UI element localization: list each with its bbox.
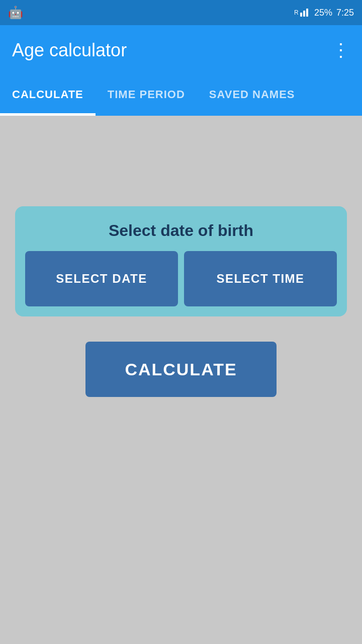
status-bar: 🤖 R 25% 7:25 [0, 0, 362, 25]
svg-rect-1 [300, 13, 302, 17]
calculate-button[interactable]: CALCULATE [85, 342, 277, 397]
tab-calculate[interactable]: CALCULATE [0, 75, 96, 116]
tab-saved-names[interactable]: SAVED NAMES [197, 75, 307, 116]
app-bar: Age calculator ⋮ [0, 25, 362, 75]
tab-time-period-label: TIME PERIOD [108, 88, 185, 101]
more-options-icon[interactable]: ⋮ [332, 40, 350, 61]
tab-time-period[interactable]: TIME PERIOD [96, 75, 197, 116]
dob-card: Select date of birth SELECT DATE SELECT … [15, 206, 347, 316]
main-content: Select date of birth SELECT DATE SELECT … [0, 116, 362, 644]
tab-bar: CALCULATE TIME PERIOD SAVED NAMES [0, 75, 362, 116]
status-bar-right: R 25% 7:25 [294, 7, 354, 19]
app-icon: 🤖 [8, 6, 23, 20]
svg-text:R: R [294, 9, 299, 16]
svg-rect-2 [303, 11, 305, 17]
dob-card-title: Select date of birth [109, 216, 253, 245]
tab-calculate-label: CALCULATE [12, 88, 83, 101]
select-time-button[interactable]: SELECT TIME [184, 251, 337, 306]
select-date-button[interactable]: SELECT DATE [25, 251, 178, 306]
svg-rect-3 [306, 9, 308, 17]
signal-icon: R [294, 7, 310, 19]
battery-level: 25% [314, 8, 332, 18]
dob-buttons: SELECT DATE SELECT TIME [25, 251, 337, 306]
tab-saved-names-label: SAVED NAMES [209, 88, 295, 101]
clock: 7:25 [336, 8, 354, 18]
app-title: Age calculator [12, 40, 127, 61]
